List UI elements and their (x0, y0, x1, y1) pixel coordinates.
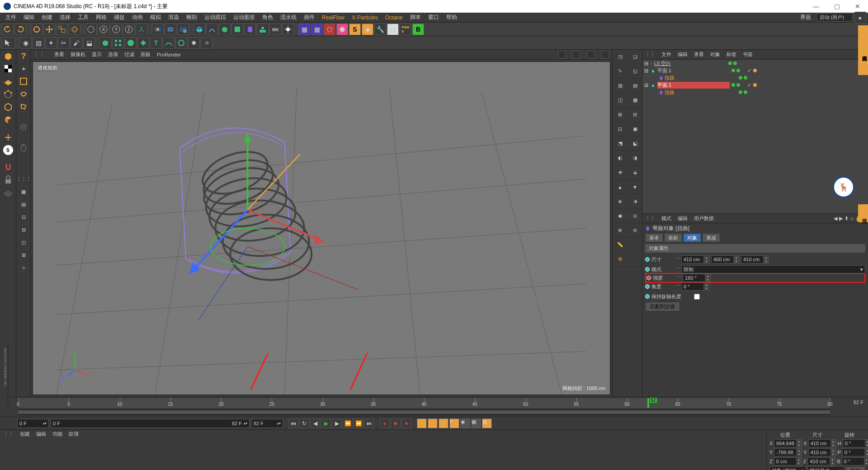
obj-tab-bookmarks[interactable]: 书签 (743, 51, 753, 58)
menu-character[interactable]: 角色 (259, 14, 277, 21)
rtool-16-icon[interactable]: ⬘ (613, 165, 627, 180)
plugin-sheet-icon[interactable]: ▤ (387, 24, 399, 35)
pos-y-input[interactable]: ▴▾ (774, 448, 802, 456)
mograph-spline-icon[interactable] (175, 37, 187, 49)
nurbs-icon[interactable] (219, 24, 231, 35)
keep-length-checkbox[interactable] (694, 294, 700, 300)
maximize-button[interactable]: ▢ (826, 0, 847, 13)
rtool-3-icon[interactable]: ◱ (627, 64, 642, 79)
rtool-25-icon[interactable]: ⊖ (627, 223, 642, 238)
subtab-object[interactable]: 对象 (683, 233, 701, 242)
rtool-7-icon[interactable]: ▦ (627, 93, 642, 108)
mograph-text-icon[interactable]: T (150, 37, 162, 49)
rot-b-input[interactable]: ▴▾ (842, 457, 868, 465)
extrude-icon[interactable]: ⬓ (83, 37, 95, 49)
rtool-21-icon[interactable]: ⬗ (627, 194, 642, 209)
subtab-falloff[interactable]: 衰减 (702, 233, 720, 242)
snap-icon[interactable] (0, 161, 16, 174)
light-icon[interactable] (282, 24, 294, 35)
vp-nav-4-icon[interactable] (601, 51, 609, 59)
menu-octane[interactable]: Octane (382, 14, 406, 21)
snap-grid-icon[interactable]: ▦ (16, 185, 31, 198)
snap-poly-icon[interactable]: ◫ (16, 236, 31, 249)
render-region-icon[interactable] (165, 24, 176, 35)
xpresso-4-icon[interactable]: ⬣ (336, 24, 348, 35)
poly-select-icon[interactable] (16, 100, 31, 113)
menu-plugins[interactable]: 插件 (300, 14, 318, 21)
brush-icon[interactable]: 🖌 (71, 37, 82, 49)
rtool-ruler-icon[interactable]: 📏 (613, 238, 627, 252)
vp-menu-prorender[interactable]: ProRender (157, 52, 181, 57)
tree-row[interactable]: ⬮ 扭曲 (642, 89, 868, 96)
cursor-alt-icon[interactable]: ➤ (16, 62, 31, 75)
viewport-solo-icon[interactable]: S (3, 145, 13, 155)
rtool-11-icon[interactable]: ▣ (627, 122, 642, 136)
next-key-icon[interactable]: ⏩ (354, 418, 363, 428)
tool-cursor-icon[interactable] (2, 37, 15, 49)
rot-h-input[interactable]: ▴▾ (843, 439, 868, 447)
prev-frame-icon[interactable]: ◀ (310, 418, 320, 428)
snap-edge-icon[interactable]: ⊟ (16, 223, 31, 236)
rtool-gear-icon[interactable]: ⚙ (613, 252, 627, 267)
rtool-5-icon[interactable]: ▤ (627, 79, 642, 93)
rtool-17-icon[interactable]: ⬙ (627, 165, 642, 180)
key-opt1-icon[interactable]: ▦ (471, 418, 481, 428)
menu-sculpt[interactable]: 雕刻 (183, 14, 201, 21)
vp-menu-camera[interactable]: 摄像机 (71, 51, 85, 58)
menu-help[interactable]: 帮助 (443, 14, 461, 21)
coord-mode2-dropdown[interactable]: 绝对尺寸 (807, 466, 844, 470)
play-icon[interactable]: ▶ (321, 418, 331, 428)
rtool-pen-icon[interactable]: ✎ (613, 64, 627, 79)
rtool-15-icon[interactable]: ◑ (627, 151, 642, 165)
plugin-diamond-icon[interactable]: ◆ (362, 24, 373, 35)
layout-dropdown[interactable]: 启动 (用户) (816, 13, 853, 22)
obj-tab-edit[interactable]: 编辑 (678, 51, 688, 58)
lock-y-icon[interactable]: Y (110, 24, 122, 35)
menu-tools[interactable]: 工具 (74, 14, 92, 21)
frame-start-input[interactable]: 0 F▴▾ (17, 419, 49, 428)
gradient-icon[interactable]: ▧ (33, 37, 44, 49)
mat-tab-texture[interactable]: 纹理 (69, 431, 79, 438)
mat-tab-edit[interactable]: 编辑 (36, 431, 46, 438)
menu-render[interactable]: 渲染 (165, 14, 183, 21)
psr-icon[interactable]: PSR0 (400, 24, 411, 35)
attr-tab-edit[interactable]: 编辑 (678, 215, 688, 222)
poly-mode-icon[interactable] (0, 113, 16, 126)
spline-pen-icon[interactable] (206, 24, 218, 35)
mat-tab-function[interactable]: 功能 (52, 431, 62, 438)
menu-mesh[interactable]: 网格 (92, 14, 110, 21)
fit-to-parent-button[interactable]: 匹配到父级 (645, 302, 680, 311)
render-view-icon[interactable] (152, 24, 164, 35)
make-editable-icon[interactable]: H (16, 120, 31, 133)
vp-menu-options[interactable]: 选项 (108, 51, 118, 58)
menu-tracker[interactable]: 运动跟踪 (201, 14, 230, 21)
plugin-s-icon[interactable]: S (349, 24, 361, 35)
camera-icon[interactable] (269, 24, 281, 35)
tree-row[interactable]: ⊟▲ 平面.1 ✓ (642, 81, 868, 89)
mograph-effector-icon[interactable]: ✹ (188, 37, 200, 49)
workplane-icon[interactable] (0, 75, 16, 88)
cube-primitive-icon[interactable] (193, 24, 205, 35)
menu-edit[interactable]: 编辑 (20, 14, 38, 21)
obj-tab-view[interactable]: 查看 (694, 51, 704, 58)
edge-mode-icon[interactable] (0, 100, 16, 113)
rtool-6-icon[interactable]: ◫ (613, 93, 627, 108)
menu-select[interactable]: 选择 (56, 14, 74, 21)
menu-xparticles[interactable]: X-Particles (348, 14, 382, 21)
pos-z-input[interactable]: ▴▾ (774, 457, 802, 465)
mat-grip-icon[interactable]: ⋮⋮ (4, 431, 14, 438)
angle-input[interactable]: ▴▾ (681, 282, 709, 291)
knife-icon[interactable]: ✂ (58, 37, 70, 49)
menu-simulate[interactable]: 模拟 (146, 14, 165, 21)
rtool-22-icon[interactable]: ◉ (613, 209, 627, 223)
attr-nav-up-icon[interactable]: ⬆ (844, 216, 849, 221)
obj-grip-icon[interactable]: ⋮⋮ (645, 52, 655, 57)
rtool-18-icon[interactable]: ▲ (613, 180, 627, 194)
render-settings-icon[interactable] (177, 24, 189, 35)
timeline-zoom-bar[interactable] (18, 409, 830, 415)
mat-tab-create[interactable]: 创建 (20, 431, 30, 438)
size-x-input[interactable]: ▴▾ (808, 439, 836, 447)
attr-tab-userdata[interactable]: 用户数据 (694, 215, 714, 222)
keyframe-sel-icon[interactable]: ◈ (401, 418, 411, 428)
menu-mograph[interactable]: 运动图形 (230, 14, 259, 21)
